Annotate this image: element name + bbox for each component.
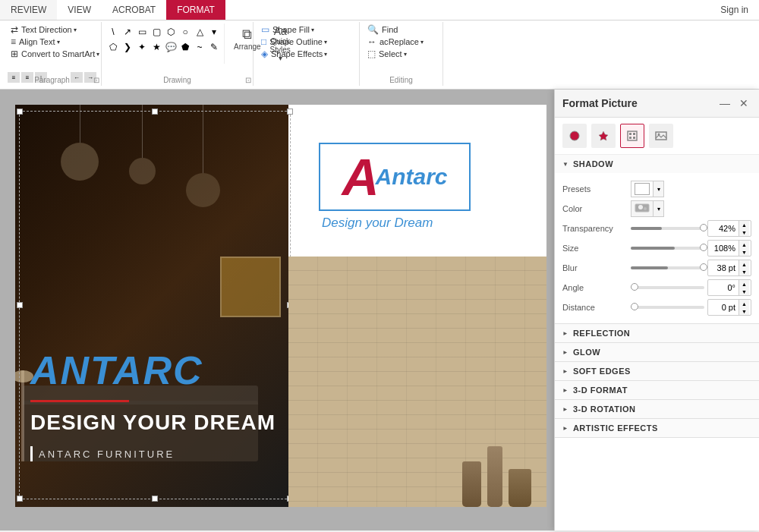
handle-bm[interactable] <box>152 496 158 502</box>
shape-line[interactable]: \ <box>106 25 120 39</box>
shape-triangle[interactable]: △ <box>193 25 206 39</box>
furniture-text: ANTARC FURNITURE <box>39 449 175 460</box>
color-btn[interactable] <box>631 200 653 217</box>
angle-down-btn[interactable]: ▼ <box>739 288 749 295</box>
shape-outline-btn[interactable]: □ Shape Outline ▾ <box>258 36 354 48</box>
shape-more[interactable]: ▾ <box>207 25 221 39</box>
artistic-effects-header[interactable]: ▼ ARTISTIC EFFECTS <box>555 419 759 437</box>
shape-oval[interactable]: ○ <box>178 25 192 39</box>
panel-icon-fill[interactable] <box>562 124 587 148</box>
transparency-thumb[interactable] <box>700 224 707 231</box>
shape-outline-icon: □ <box>261 36 266 47</box>
presets-dropdown-btn[interactable]: ▾ <box>653 181 664 197</box>
tab-review[interactable]: REVIEW <box>0 0 57 20</box>
size-down-btn[interactable]: ▼ <box>739 248 749 256</box>
replace-btn[interactable]: ↔ ac Replace ▾ <box>364 36 438 48</box>
replace-icon: ↔ <box>367 36 376 47</box>
blur-down-btn[interactable]: ▼ <box>739 268 749 275</box>
shape-effects-btn[interactable]: ◈ Shape Effects ▾ <box>258 48 354 60</box>
blur-up-btn[interactable]: ▲ <box>739 260 749 268</box>
distance-up-btn[interactable]: ▲ <box>739 300 749 307</box>
presets-btn[interactable] <box>631 181 653 197</box>
shape-roundrect[interactable]: ▢ <box>150 25 163 39</box>
transparency-up-btn[interactable]: ▲ <box>739 221 749 228</box>
blur-thumb[interactable] <box>700 263 707 271</box>
shape-fill-btn[interactable]: ▭ Shape Fill ▾ <box>258 24 354 36</box>
shape-chevron[interactable]: ❯ <box>121 40 134 54</box>
tab-view[interactable]: VIEW <box>57 0 102 20</box>
distance-input[interactable] <box>708 302 739 313</box>
size-slider[interactable] <box>631 247 704 250</box>
shape-effects-icon: ◈ <box>261 49 268 59</box>
svg-marker-1 <box>599 131 608 140</box>
glow-header[interactable]: ▼ GLOW <box>555 343 759 361</box>
shape-snip[interactable]: ⬡ <box>164 25 178 39</box>
3d-rotation-header[interactable]: ▼ 3-D ROTATION <box>555 400 759 418</box>
shape-action[interactable]: ⬟ <box>178 40 192 54</box>
handle-tr[interactable] <box>287 109 293 115</box>
align-text-icon: ≡ <box>11 36 16 47</box>
angle-spinners: ▲ ▼ <box>739 280 749 295</box>
angle-slider[interactable] <box>631 286 704 289</box>
angle-thumb[interactable] <box>631 283 638 291</box>
shape-star5[interactable]: ★ <box>150 40 163 54</box>
handle-bl[interactable] <box>17 496 23 502</box>
panel-icon-effects[interactable] <box>591 124 616 148</box>
sign-in-link[interactable]: Sign in <box>710 0 759 20</box>
logo-area: A Antarc Design your Dream <box>319 143 524 231</box>
panel-icon-picture[interactable] <box>649 124 673 148</box>
size-spinners: ▲ ▼ <box>739 241 749 256</box>
paragraph-group-label: Paragraph <box>3 76 101 84</box>
find-btn[interactable]: 🔍 Find <box>364 24 438 36</box>
3d-format-header[interactable]: ▼ 3-D FORMAT <box>555 381 759 399</box>
blur-input[interactable] <box>708 263 739 273</box>
svg-rect-3 <box>629 133 631 135</box>
convert-smartart-btn[interactable]: ⊞ Convert to SmartArt ▾ <box>8 48 96 60</box>
transparency-down-btn[interactable]: ▼ <box>739 228 749 236</box>
panel-close-btn[interactable]: ✕ <box>736 96 751 111</box>
tab-acrobat[interactable]: ACROBAT <box>102 0 166 20</box>
distance-down-btn[interactable]: ▼ <box>739 307 749 315</box>
transparency-slider[interactable] <box>631 227 704 230</box>
handle-tl[interactable] <box>17 109 23 115</box>
transparency-row: Transparency ▲ ▼ <box>562 220 751 237</box>
drawing-expand-btn[interactable]: ⊡ <box>245 76 251 84</box>
shape-star4[interactable]: ✦ <box>135 40 149 54</box>
brick-section <box>288 257 546 507</box>
editing-group-label: Editing <box>360 76 442 84</box>
color-picker-icon <box>635 203 650 214</box>
handle-tm[interactable] <box>152 109 158 115</box>
shape-callout[interactable]: 💬 <box>164 40 178 54</box>
size-thumb[interactable] <box>700 244 707 251</box>
panel-pin-btn[interactable]: — <box>716 96 733 111</box>
tab-format[interactable]: FORMAT <box>166 0 225 20</box>
shape-curve[interactable]: ~ <box>193 40 206 54</box>
text-direction-btn[interactable]: ⇄ Text Direction ▾ <box>8 24 96 36</box>
shadow-section-header[interactable]: ▼ SHADOW <box>555 155 759 173</box>
panel-icon-layout[interactable] <box>620 124 644 148</box>
size-input[interactable] <box>708 243 739 253</box>
align-text-btn[interactable]: ≡ Align Text ▾ <box>8 36 96 48</box>
reflection-header[interactable]: ▼ REFLECTION <box>555 324 759 342</box>
shape-pentagon[interactable]: ⬠ <box>106 40 120 54</box>
soft-edges-header[interactable]: ▼ SOFT EDGES <box>555 362 759 380</box>
size-up-btn[interactable]: ▲ <box>739 241 749 248</box>
distance-thumb[interactable] <box>631 303 638 310</box>
shape-rect[interactable]: ▭ <box>135 25 149 39</box>
color-dropdown-btn[interactable]: ▾ <box>653 200 664 217</box>
angle-value-box: ▲ ▼ <box>707 279 751 296</box>
paragraph-expand-btn[interactable]: ⊡ <box>93 76 99 84</box>
3d-rotation-section: ▼ 3-D ROTATION <box>555 400 759 419</box>
distance-slider[interactable] <box>631 306 704 309</box>
angle-up-btn[interactable]: ▲ <box>739 280 749 288</box>
svg-rect-7 <box>656 132 666 140</box>
panel-content: ▼ SHADOW Presets ▾ <box>555 155 759 530</box>
blur-slider[interactable] <box>631 266 704 269</box>
transparency-input[interactable] <box>708 223 739 234</box>
angle-input[interactable] <box>708 282 739 293</box>
shape-freeform[interactable]: ✎ <box>207 40 221 54</box>
handle-lm[interactable] <box>17 302 23 308</box>
picture-icon <box>655 130 667 142</box>
select-btn[interactable]: ⬚ Select ▾ <box>364 48 438 60</box>
shape-arrow[interactable]: ↗ <box>121 25 134 39</box>
